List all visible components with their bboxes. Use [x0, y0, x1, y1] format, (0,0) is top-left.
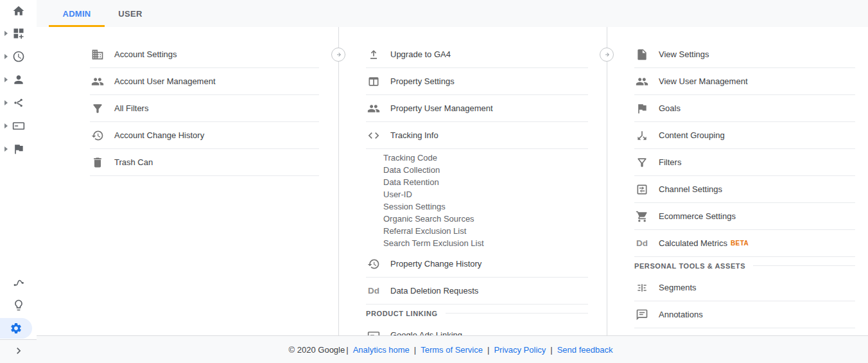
attribution-icon — [12, 276, 25, 288]
menu-item-goals[interactable]: Goals — [634, 95, 855, 122]
property-column: Upgrade to GA4 Property Settings Propert… — [339, 27, 607, 335]
dd-icon: Dd — [366, 286, 381, 296]
menu-item-all-filters[interactable]: All Filters — [90, 95, 319, 122]
submenu-item-session-settings[interactable]: Session Settings — [383, 200, 588, 213]
nav-audience[interactable] — [0, 68, 37, 91]
column-divider — [607, 27, 607, 335]
goal-flag-icon — [634, 102, 650, 115]
menu-item-view-settings[interactable]: View Settings — [634, 41, 855, 68]
nav-admin-active[interactable] — [0, 318, 32, 339]
menu-item-view-user-management[interactable]: View User Management — [634, 68, 855, 95]
admin-gear-icon — [10, 322, 22, 335]
nav-conversions[interactable] — [0, 137, 37, 161]
menu-item-property-change-history[interactable]: Property Change History — [366, 251, 588, 278]
menu-item-account-user-management[interactable]: Account User Management — [90, 68, 319, 95]
ecommerce-cart-icon — [634, 210, 650, 223]
submenu-item-user-id[interactable]: User-ID — [383, 188, 588, 200]
account-column: Account Settings Account User Management… — [37, 27, 338, 335]
menu-item-channel-settings[interactable]: Channel Settings — [634, 176, 855, 203]
expand-caret-icon — [4, 54, 8, 59]
nav-realtime[interactable] — [0, 45, 37, 68]
collapse-column-button[interactable] — [600, 48, 614, 62]
people-icon — [366, 102, 381, 115]
nav-home[interactable] — [0, 3, 37, 19]
ads-linking-icon — [366, 329, 381, 336]
nav-acquisition[interactable] — [0, 91, 37, 114]
admin-user-tabbar: ADMIN USER — [37, 0, 868, 27]
sidebar-footer-strip — [0, 339, 37, 363]
submenu-item-referral-exclusion-list[interactable]: Referral Exclusion List — [383, 225, 588, 237]
footer-link-send-feedback[interactable]: Send feedback — [557, 345, 613, 355]
menu-item-account-settings[interactable]: Account Settings — [90, 41, 319, 68]
realtime-icon — [12, 50, 25, 63]
menu-item-filters[interactable]: Filters — [634, 149, 855, 176]
people-icon — [90, 75, 105, 88]
behavior-icon — [12, 120, 25, 132]
menu-item-calculated-metrics[interactable]: Dd Calculated Metrics BETA — [634, 230, 855, 257]
nav-discover[interactable] — [0, 294, 37, 317]
menu-item-property-user-management[interactable]: Property User Management — [366, 95, 588, 122]
building-icon — [90, 48, 105, 61]
collapse-chevron-icon[interactable] — [12, 344, 25, 357]
expand-caret-icon — [4, 123, 8, 128]
trash-icon — [90, 156, 105, 169]
annotations-icon — [634, 308, 650, 321]
menu-item-account-change-history[interactable]: Account Change History — [90, 122, 319, 149]
segments-icon — [634, 281, 650, 294]
expand-caret-icon — [4, 77, 8, 82]
expand-caret-icon — [4, 100, 8, 105]
submenu-item-data-retention[interactable]: Data Retention — [383, 176, 588, 188]
tab-admin[interactable]: ADMIN — [49, 0, 105, 27]
beta-badge: BETA — [731, 240, 749, 247]
section-divider-line — [753, 265, 855, 266]
customization-icon — [12, 27, 25, 40]
home-icon — [12, 4, 25, 17]
nav-behavior[interactable] — [0, 114, 37, 137]
filter-outline-icon — [634, 156, 650, 169]
history-icon — [366, 258, 381, 270]
menu-item-segments[interactable]: Segments — [634, 274, 855, 301]
code-icon — [366, 129, 381, 142]
collapse-column-button[interactable] — [331, 48, 345, 62]
channel-settings-icon — [634, 183, 650, 196]
admin-columns: Account Settings Account User Management… — [37, 27, 868, 335]
conversions-flag-icon — [12, 143, 25, 155]
section-personal-tools-assets: PERSONAL TOOLS & ASSETS — [634, 257, 855, 274]
menu-item-annotations[interactable]: Annotations — [634, 301, 855, 328]
copyright-text: © 2020 Google — [289, 345, 345, 355]
footer-link-analytics-home[interactable]: Analytics home — [353, 345, 410, 355]
menu-item-property-settings[interactable]: Property Settings — [366, 68, 588, 95]
acquisition-icon — [12, 96, 25, 109]
file-icon — [634, 48, 650, 61]
footer-link-privacy-policy[interactable]: Privacy Policy — [494, 345, 546, 355]
menu-item-trash-can[interactable]: Trash Can — [90, 149, 319, 176]
menu-item-content-grouping[interactable]: Content Grouping — [634, 122, 855, 149]
lightbulb-icon — [12, 299, 25, 312]
arrow-right-icon — [334, 51, 342, 58]
section-divider-line — [446, 313, 588, 314]
page-footer: © 2020 Google | Analytics home | Terms o… — [37, 335, 868, 363]
column-divider — [338, 27, 339, 335]
submenu-item-search-term-exclusion-list[interactable]: Search Term Exclusion List — [383, 237, 588, 249]
submenu-item-data-collection[interactable]: Data Collection — [383, 164, 588, 176]
tracking-info-submenu: Tracking Code Data Collection Data Reten… — [366, 149, 588, 251]
nav-customization[interactable] — [0, 22, 37, 45]
nav-attribution[interactable] — [0, 270, 37, 294]
people-icon — [634, 75, 650, 88]
content-grouping-icon — [634, 129, 650, 142]
filter-icon — [90, 102, 105, 115]
menu-item-ecommerce-settings[interactable]: Ecommerce Settings — [634, 203, 855, 230]
menu-item-tracking-info[interactable]: Tracking Info — [366, 122, 588, 149]
footer-link-terms-of-service[interactable]: Terms of Service — [421, 345, 483, 355]
submenu-item-organic-search-sources[interactable]: Organic Search Sources — [383, 213, 588, 225]
tab-user[interactable]: USER — [107, 0, 153, 27]
menu-item-google-ads-linking[interactable]: Google Ads Linking — [366, 322, 588, 335]
menu-item-data-deletion-requests[interactable]: Dd Data Deletion Requests — [366, 278, 588, 305]
dd-icon: Dd — [634, 238, 650, 248]
ga-admin-page: ADMIN USER Account Settings Account User… — [0, 0, 868, 363]
submenu-item-tracking-code[interactable]: Tracking Code — [383, 152, 588, 164]
main-area: ADMIN USER Account Settings Account User… — [37, 0, 868, 363]
property-window-icon — [366, 75, 381, 88]
menu-item-upgrade-to-ga4[interactable]: Upgrade to GA4 — [366, 41, 588, 68]
view-column: View Settings View User Management Goals… — [607, 27, 868, 335]
